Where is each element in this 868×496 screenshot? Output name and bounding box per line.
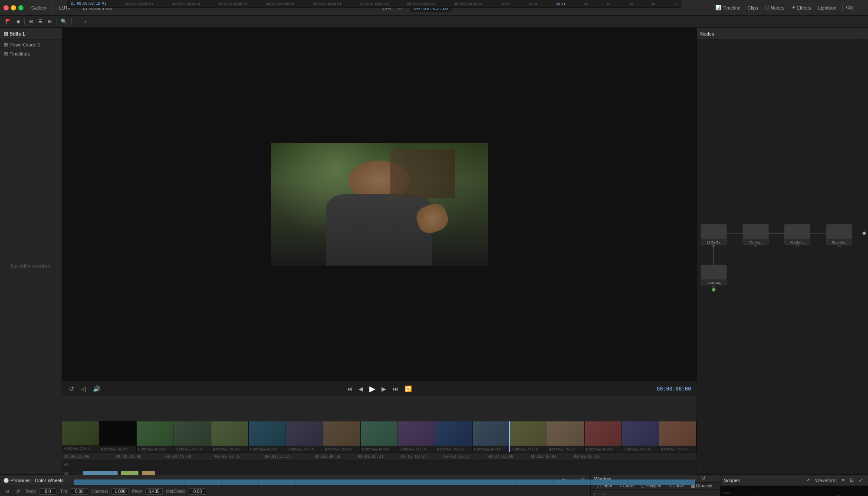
play-pause-button[interactable]: ▶ [368,383,377,394]
grid-view-button[interactable]: ⊞ [27,18,35,25]
shapes-column: □ ○ ✏ 🖊 ■ [594,493,607,496]
clip-info-04: H.265 Main 10 L4.0 [174,446,211,453]
go-to-end-button[interactable]: ⏭ [391,384,400,393]
step-forward-button[interactable]: ▶ [380,384,388,393]
clip-info-02: H.265 Main 10 L4.0 [99,446,136,453]
scopes-expand-button[interactable]: ↗ [804,476,812,484]
zoom-in-btn[interactable]: + [82,18,88,25]
reset-button[interactable]: ↺ [14,488,22,495]
timeline-button[interactable]: 📊 Timeline [713,4,743,11]
window-options-button[interactable]: ··· [709,475,717,482]
clip-thumb-01[interactable]: H.265 Main 10 L4.0 [62,421,99,453]
clip-info-07: H.265 Main 10 L4.0 [286,446,323,453]
color-wheel-icon: ⬤ [3,477,9,483]
clip-thumb-04[interactable]: H.265 Main 10 L4.0 [174,421,211,453]
scopes-layout-button[interactable]: ⊟ [848,476,855,484]
marker-button[interactable]: ◆ [15,18,22,25]
nodes-options-button[interactable]: ··· [857,30,865,37]
clip-thumb-11[interactable]: H.265 Main 10 L4.0 [435,421,473,453]
loop-button[interactable]: ↺ [67,384,76,393]
clip-strip-wrapper: 01 00:00:03:18 V1 02 00:00:00:00 V1 03 0… [62,396,697,421]
square-shape-button[interactable]: □ [594,493,605,496]
waveform-svg: 1023 896 768 640 512 384 256 128 0 [720,486,868,496]
clip-thumb-15[interactable]: H.265 Main 10 L4.0 [585,421,622,453]
separator [842,4,843,12]
more-btn[interactable]: ··· [90,18,98,25]
clip-thumb-09[interactable]: H.265 Main 10 L4.0 [361,421,398,453]
second-toolbar: 🚩 ◆ ⊞ ☰ ⊟ 🔍 − + ··· [0,16,868,28]
tint-value[interactable]: 0.00 [71,488,88,495]
clip-info-17: H.265 Main 10 L4.0 [659,446,696,453]
clip-strip: 01 00:00:03:18 V1 02 00:00:00:00 V1 03 0… [62,396,697,421]
svg-rect-15 [784,224,810,239]
auto-mode-button[interactable]: ⊙ [3,488,11,495]
clip-thumb-07[interactable]: H.265 Main 10 L4.0 [286,421,323,453]
prev-frame-button[interactable]: ◁ [79,384,88,393]
clip-thumb-10[interactable]: H.265 Main 10 L4.0 [398,421,435,453]
temp-value[interactable]: 0.0 [39,488,56,495]
mid-detail-value[interactable]: 0.00 [189,488,206,495]
go-to-start-button[interactable]: ⏮ [345,384,354,393]
step-back-button[interactable]: ◀ [357,384,365,393]
zoom-out-btn[interactable]: − [74,18,80,25]
svg-text:02: 02 [754,245,757,248]
traffic-lights [3,5,23,10]
pivot-value[interactable]: 0.435 [145,488,163,495]
close-button[interactable] [3,5,9,10]
audio-button[interactable]: 🔊 [91,384,102,393]
effects-button[interactable]: ✦ Effects [789,4,814,11]
svg-rect-7 [701,224,727,239]
right-panel: Nodes ··· LLGa.Ga 01 Contrast [697,28,868,474]
waveform-label[interactable]: Waveform [813,477,838,484]
nodes-canvas[interactable]: LLGa.Ga 01 Contrast 02 Highlight... 03 S… [697,40,868,474]
detail-view-button[interactable]: ⊟ [46,18,53,25]
gallery-button[interactable]: Gallery [29,4,49,11]
clip-thumb-14[interactable]: H.265 Main 10 L4.0 [547,421,585,453]
clip-thumb-16[interactable]: H.265 Main 10 L4.0 [622,421,659,453]
flag-button[interactable]: 🚩 [3,18,13,25]
clip-info-03: H.265 Main 10 L4.0 [137,446,174,453]
nodes-button[interactable]: ⬡ Nodes [763,4,787,11]
mid-detail-label: Mid/Detail [166,489,185,494]
clip-label: Clip [846,5,854,10]
separator [71,18,72,25]
clip-thumb-03[interactable]: H.265 Main 10 L4.0 [137,421,174,453]
contrast-value[interactable]: 1.000 [112,488,129,495]
timeline-icon: 📊 [715,5,721,10]
search-button[interactable]: 🔍 [59,18,69,25]
minimize-button[interactable] [11,5,16,10]
list-view-button[interactable]: ☰ [36,18,44,25]
shape-checkboxes [710,493,717,496]
clip-thumb-17[interactable]: H.265 Main 10 L4.0 [659,421,697,453]
loop-toggle-button[interactable]: 🔁 [403,384,414,393]
vc-center: ⏮ ◀ ▶ ▶ ⏭ 🔁 [345,383,414,394]
background-shelf [390,149,455,198]
svg-text:Highlight...: Highlight... [789,240,805,244]
clips-button[interactable]: Clips [745,4,760,11]
clip-info-11: H.265 Main 10 L4.0 [435,446,472,453]
clip-thumb-06[interactable]: H.265 Main 10 L4.0 [249,421,286,453]
clip-thumb-05[interactable]: H.265 Main 10 L4.0 [211,421,249,453]
vc-left: ↺ ◁ 🔊 [67,384,102,393]
lightbox-button[interactable]: Lightbox [815,4,839,11]
clip-info-09: H.265 Main 10 L4.0 [361,446,398,453]
scopes-title: Scopes [724,478,740,483]
clip-info-06: H.265 Main 10 L4.0 [249,446,286,453]
timelines-item[interactable]: ▤ Timelines [0,49,62,58]
more-options-button[interactable]: ··· [855,4,865,11]
clip-thumb-02[interactable]: H.265 Main 10 L4.0 [99,421,137,453]
window-reset-button[interactable]: ↺ [700,475,707,482]
waveform-dropdown-button[interactable]: ▾ [840,476,846,484]
clip-thumb-12[interactable]: H.265 Main 10 L4.0 [473,421,510,453]
video-controls: ↺ ◁ 🔊 ⏮ ◀ ▶ ▶ ⏭ 🔁 00:00:00:00 [62,381,697,396]
clip-info-13: H.265 Main 10 L4.0 [510,446,547,453]
color-controls: ⊙ ↺ Temp 0.0 Tint 0.00 Contrast 1.000 Pi… [0,486,590,496]
clip-thumb-13[interactable]: H.265 Main 10 L4.0 [510,421,547,453]
video-preview[interactable] [271,143,488,266]
clip-thumb-08[interactable]: H.265 Main 10 L4.0 [323,421,361,453]
scopes-fullscreen-button[interactable]: ⤢ [857,476,865,484]
svg-text:03: 03 [796,245,799,248]
maximize-button[interactable] [18,5,23,10]
svg-rect-19 [826,224,852,239]
powergrade-item[interactable]: ▤ PowerGrade 1 [0,40,62,49]
